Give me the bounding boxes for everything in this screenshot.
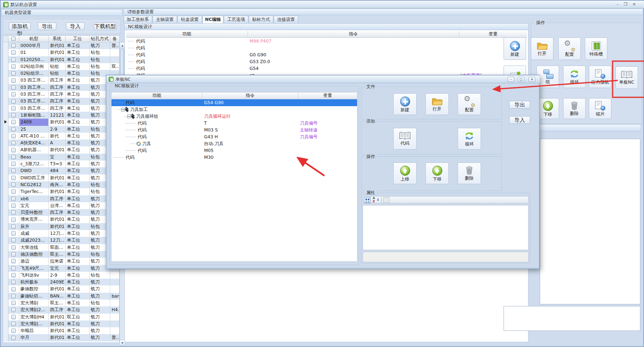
cell-model[interactable]: 03 四工序... (19, 84, 49, 91)
cell-system[interactable]: 新代01 (49, 223, 66, 230)
cell-system[interactable]: 双主... (49, 251, 66, 258)
cell-note[interactable] (110, 56, 119, 63)
row-checkbox[interactable] (8, 84, 19, 91)
cell-system[interactable]: 新代01 (49, 314, 66, 320)
machine-row[interactable]: A快克KE4...A单工位铣刀 (3, 140, 119, 146)
cell-station[interactable]: 单工位 (66, 98, 90, 105)
cell-model[interactable]: 华月 (19, 334, 49, 341)
dialog-delete-button[interactable]: 删除 (458, 162, 481, 184)
dialog-close-icon[interactable]: ✕ (528, 77, 535, 82)
row-checkbox[interactable] (8, 293, 19, 300)
cell-note[interactable]: 普... (110, 42, 119, 49)
dialog-import-button[interactable]: 导入 (509, 116, 530, 124)
cell-station[interactable]: 单工位 (66, 244, 90, 251)
cell-model[interactable]: xb6 (19, 195, 49, 202)
cell-station[interactable]: 单工位 (66, 91, 90, 98)
cell-drill[interactable]: 铣刀 (90, 320, 111, 327)
col-system[interactable]: 系统 (49, 36, 66, 42)
cell-system[interactable]: 台湾... (49, 202, 66, 209)
machine-row[interactable]: 大荣连线双面...单工位铣刀 (3, 244, 119, 251)
dialog-config-button[interactable]: ⚙⚙配置 (458, 93, 481, 115)
cell-station[interactable]: 单工位 (66, 146, 90, 153)
machine-row[interactable]: 宏大博刻双主...单工位钻包 (3, 300, 119, 306)
cell-model[interactable]: 03 四工序... (19, 98, 49, 105)
cell-model[interactable]: TigerTec... (19, 188, 49, 195)
cell-station[interactable]: 单工位 (66, 126, 90, 133)
machine-row[interactable]: 飞利达9v2-9单工位钻包 (3, 272, 119, 279)
machine-row[interactable]: 0000华月新代01单工位铣刀普... (3, 42, 119, 49)
cell-station[interactable]: 单工位 (66, 70, 90, 77)
cell-station[interactable]: 单工位 (66, 77, 90, 84)
cell-system[interactable]: 四工序 (49, 209, 66, 216)
cell-model[interactable]: 飞利达9v (19, 272, 49, 279)
cell-model[interactable]: 1新橱柜隐... (19, 112, 49, 119)
cell-station[interactable]: 单工位 (66, 293, 90, 300)
dialog-minimize-icon[interactable]: – (508, 77, 514, 82)
cell-model[interactable]: 宏大博刻... (19, 320, 49, 327)
cell-drill[interactable]: 钻包 (90, 56, 111, 63)
minimize-icon[interactable]: – (617, 2, 619, 7)
machine-row[interactable]: 03 四工序...四工序单工位铣刀 (3, 77, 119, 84)
close-icon[interactable]: ✕ (633, 2, 636, 7)
machine-row[interactable]: 华月新代01单工位铣刀普... (3, 334, 119, 341)
property-grid[interactable] (363, 205, 528, 250)
cell-drill[interactable]: 铣刀 (90, 279, 111, 285)
cell-drill[interactable]: 铣刀 (90, 306, 111, 313)
row-checkbox[interactable] (8, 91, 19, 98)
cell-model[interactable]: DWD (19, 167, 49, 174)
row-checkbox[interactable] (8, 112, 19, 119)
machine-row[interactable]: DWD484单工位铣刀 (3, 167, 119, 174)
row-checkbox[interactable] (8, 216, 19, 223)
cell-note[interactable] (110, 272, 119, 279)
machine-row[interactable]: 成威12刀...单工位铣刀 (3, 230, 119, 237)
export-machine-button[interactable]: 导出 (38, 23, 56, 30)
cell-model[interactable]: 成威 (19, 230, 49, 237)
cell-model[interactable]: ATC-R10 ... (19, 133, 49, 140)
cell-note[interactable] (110, 300, 119, 306)
row-checkbox[interactable] (8, 49, 19, 56)
row-checkbox[interactable] (8, 251, 19, 258)
download-machine-button[interactable]: 下载机型 (94, 23, 116, 30)
row-checkbox[interactable] (8, 320, 19, 327)
cell-model[interactable]: A新机器... (19, 146, 49, 153)
row-checkbox[interactable] (8, 195, 19, 202)
cell-station[interactable]: 单工位 (66, 202, 90, 209)
cell-system[interactable]: 新代01 (49, 49, 66, 56)
row-checkbox[interactable] (8, 300, 19, 306)
cell-model[interactable]: 0120250... (19, 56, 49, 63)
tab-6[interactable]: 贴标方式 (249, 16, 273, 23)
row-checkbox[interactable] (8, 285, 19, 292)
machine-row[interactable]: 252-9单工位钻包 (3, 126, 119, 133)
dialog-nc-row[interactable]: 代码G54 G90 (111, 99, 357, 106)
machine-row[interactable]: 2409新代01单工位铣刀 (3, 119, 119, 125)
cell-model[interactable]: 0000华月 (19, 42, 49, 49)
cell-system[interactable]: 钻组 (49, 70, 66, 77)
cell-model[interactable]: 2409 (19, 119, 49, 125)
row-checkbox[interactable] (8, 237, 19, 244)
cell-drill[interactable]: 铣刀 (90, 314, 111, 320)
col-note[interactable]: 备注 (110, 36, 119, 42)
machine-row[interactable]: 02钻组示...钻组单工位钻包 (3, 70, 119, 77)
machine-row[interactable]: 迪迈拉米诺单工位铣刀 (3, 258, 119, 265)
cell-model[interactable]: 辰升 (19, 223, 49, 230)
row-checkbox[interactable] (8, 70, 19, 77)
row-checkbox[interactable] (8, 314, 19, 320)
cell-station[interactable]: 单工位 (66, 258, 90, 265)
import-machine-button[interactable]: 导入 (66, 23, 85, 30)
machine-row[interactable]: NCG2812南兴...单工位钻包 (3, 181, 119, 188)
cell-model[interactable]: 贝亚特数控 (19, 209, 49, 216)
dialog-move-down-button[interactable]: 下移 (425, 162, 449, 184)
cell-system[interactable]: T3=3 (49, 160, 66, 167)
row-checkbox[interactable] (8, 209, 19, 216)
nc-col-command[interactable]: 指令 (248, 31, 459, 37)
dialog-move-up-button[interactable]: 上移 (393, 162, 417, 184)
cell-system[interactable]: 宝 (49, 154, 66, 160)
machine-row[interactable]: 豪德数控新代01单工位铣刀 (3, 285, 119, 292)
dialog-add-code-button[interactable]: 代码 (393, 128, 417, 150)
cell-model[interactable]: 飞克49尺... (19, 265, 49, 272)
cell-note[interactable] (110, 279, 119, 285)
cell-station[interactable]: 单工位 (66, 209, 90, 216)
cell-system[interactable]: 四工序 (49, 84, 66, 91)
cell-station[interactable]: 单工位 (66, 140, 90, 146)
machine-row[interactable]: 02钻组示例钻组单工位钻包双... (3, 63, 119, 70)
